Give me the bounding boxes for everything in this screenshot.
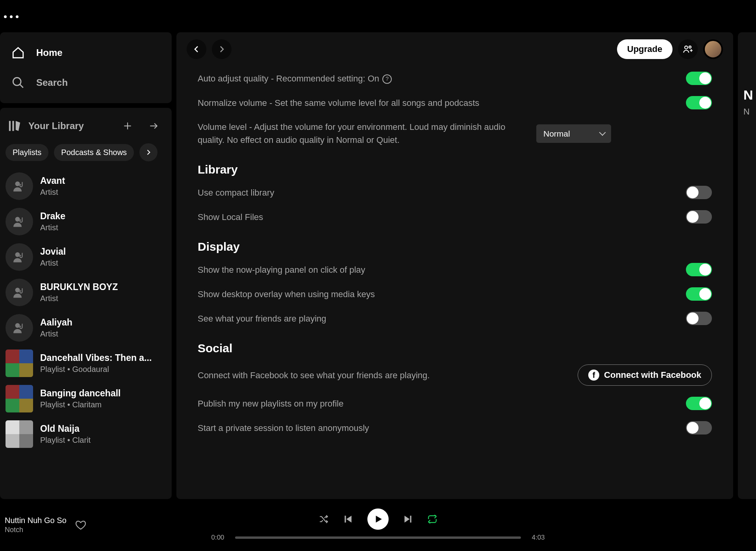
library-panel: Your Library Playlists Podcasts & Shows [0,108,172,499]
previous-button[interactable] [343,514,353,524]
nav-home[interactable]: Home [8,38,164,68]
toggle-desktop-overlay[interactable] [686,287,712,301]
setting-label: Volume level - Adjust the volume for you… [198,120,524,146]
facebook-icon: f [588,370,599,381]
progress-bar[interactable] [235,536,521,539]
play-button[interactable] [367,508,389,530]
setting-label: See what your friends are playing [198,312,674,325]
library-icon [8,119,21,133]
library-item[interactable]: AaliyahArtist [0,310,172,346]
shuffle-button[interactable] [319,514,329,524]
svg-rect-16 [345,516,346,522]
nav-forward-button[interactable] [212,39,232,59]
section-heading-display: Display [198,240,712,253]
svg-point-9 [15,252,20,257]
setting-label: Auto adjust quality - Recommended settin… [198,72,674,85]
library-add-button[interactable] [118,116,137,135]
main-view: Upgrade Auto adjust quality - Recommende… [176,32,733,499]
setting-label: Show desktop overlay when using media ke… [198,288,674,301]
player-bar: Nuttin Nuh Go So Notch [0,499,756,551]
library-item[interactable]: JovialArtist [0,239,172,275]
library-header-button[interactable]: Your Library [8,119,111,133]
connect-facebook-button[interactable]: f Connect with Facebook [578,364,712,386]
section-heading-library: Library [198,163,712,176]
artist-avatar [6,243,33,271]
filter-chip-podcasts[interactable]: Podcasts & Shows [54,144,134,161]
svg-rect-2 [9,121,11,131]
setting-label: Start a private session to listen anonym… [198,422,674,435]
library-list: AvantArtist DrakeArtist JovialArtist BUR… [0,168,172,499]
svg-point-8 [15,217,20,222]
library-item[interactable]: Dancehall Vibes: Then a...Playlist • Goo… [0,346,172,381]
repeat-button[interactable] [427,514,437,524]
time-total: 4:03 [527,534,549,542]
svg-point-13 [689,46,691,48]
setting-label: Publish my new playlists on my profile [198,397,674,410]
library-expand-button[interactable] [144,116,163,135]
upgrade-button[interactable]: Upgrade [617,39,673,59]
svg-point-10 [15,288,20,292]
svg-point-0 [13,78,21,85]
toggle-compact-library[interactable] [686,186,712,199]
toggle-nowplaying-panel[interactable] [686,263,712,276]
nav-back-button[interactable] [187,39,206,59]
setting-label: Connect with Facebook to see what your f… [198,369,566,382]
setting-label: Show Local Files [198,211,674,224]
library-item[interactable]: Old NaijaPlaylist • Clarit [0,416,172,452]
filter-chip-playlists[interactable]: Playlists [6,144,48,161]
library-item[interactable]: Banging dancehallPlaylist • Claritam [0,381,172,416]
svg-point-12 [685,46,688,49]
toggle-friends-playing[interactable] [686,312,712,325]
profile-button[interactable] [703,39,723,59]
help-icon[interactable]: ? [382,74,392,84]
search-icon [11,76,25,90]
svg-line-1 [20,84,23,88]
next-button[interactable] [403,514,413,524]
toggle-private-session[interactable] [686,421,712,435]
artist-avatar [6,314,33,342]
artist-avatar [6,172,33,200]
library-item[interactable]: BURUKLYN BOYZArtist [0,275,172,310]
svg-rect-17 [410,516,411,522]
setting-label: Show the now-playing panel on click of p… [198,263,674,276]
library-item[interactable]: AvantArtist [0,168,172,204]
right-panel-partial: N N [738,32,756,499]
volume-level-select[interactable]: Normal [536,124,611,143]
toggle-auto-adjust[interactable] [686,72,712,85]
section-heading-social: Social [198,342,712,355]
now-playing-track[interactable]: Nuttin Nuh Go So [5,516,67,525]
nav-home-label: Home [36,47,63,58]
svg-point-7 [15,181,20,186]
nav-search[interactable]: Search [8,68,164,98]
toggle-normalize[interactable] [686,96,712,109]
svg-rect-3 [12,121,14,131]
filter-chips-more[interactable] [139,143,158,161]
like-button[interactable] [75,520,86,531]
setting-label: Normalize volume - Set the same volume l… [198,96,674,109]
home-icon [11,46,25,60]
nav-panel: Home Search [0,32,172,103]
artist-avatar [6,208,33,235]
now-playing-artist[interactable]: Notch [5,526,67,534]
setting-label: Use compact library [198,186,674,199]
time-elapsed: 0:00 [207,534,229,542]
toggle-local-files[interactable] [686,210,712,224]
artist-avatar [6,279,33,306]
nav-search-label: Search [36,77,68,88]
library-item[interactable]: DrakeArtist [0,204,172,239]
window-traffic-lights [0,0,756,32]
svg-point-11 [15,323,20,328]
playlist-cover [6,349,33,377]
library-title: Your Library [28,120,84,131]
toggle-publish-playlists[interactable] [686,397,712,410]
playlist-cover [6,385,33,412]
playlist-cover [6,420,33,448]
friend-activity-button[interactable] [678,39,698,59]
